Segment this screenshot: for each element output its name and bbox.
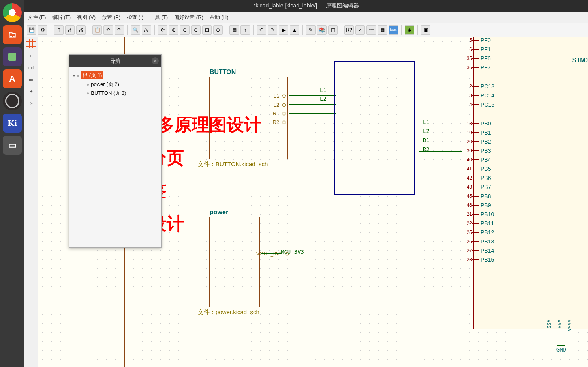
pcb-editor-button[interactable]: ◉ (405, 25, 414, 35)
cursor-button[interactable]: ✦ (26, 87, 36, 95)
hidden-pins-button[interactable]: ⊳ (26, 99, 36, 107)
refresh-button[interactable]: ⟳ (158, 25, 167, 35)
find-replace-button[interactable]: Aᵦ (142, 25, 151, 35)
hier-pin-l1: L1 (274, 93, 286, 99)
symbol-editor-button[interactable]: ✎ (306, 25, 316, 35)
workspace: in mil mm ✦ ⊳ ⌐ 导航 ✕ ▾ ● (24, 37, 588, 367)
plot-button[interactable]: 🖨 (76, 25, 86, 35)
gnd-symbol: GND (556, 345, 566, 353)
emacs-icon[interactable] (3, 47, 22, 66)
print-button[interactable]: 🖨 (65, 25, 75, 35)
net-l2: L2 (320, 95, 327, 102)
mcu-pin-PB15: 28PB15 (462, 257, 494, 263)
tree-root[interactable]: ▾ ● 根 (页 1) (73, 71, 157, 80)
tree-item-power[interactable]: ● power (页 2) (73, 80, 157, 89)
scripting-button[interactable]: ▣ (421, 25, 430, 35)
hier-pin-l2: L2 (274, 102, 286, 108)
rotate-cw-button[interactable]: ↷ (268, 25, 277, 35)
nav-tree: ▾ ● 根 (页 1) ● power (页 2) ● BUTTON (页 3) (69, 67, 161, 247)
schematic-canvas[interactable]: 导航 ✕ ▾ ● 根 (页 1) ● power (页 2) ● (38, 37, 588, 367)
units-in-button[interactable]: in (26, 51, 36, 60)
find-button[interactable]: 🔍 (131, 25, 140, 35)
assign-footprints-button[interactable]: ▦ (378, 25, 387, 35)
units-mil-button[interactable]: mil (26, 63, 36, 72)
menu-help[interactable]: 帮助 (H) (210, 14, 229, 21)
menu-inspect[interactable]: 检查 (I) (127, 14, 143, 21)
mcu-pin-PB6: 42PB6 (462, 175, 491, 181)
mcu-pin-PB0: 18PB0 (462, 120, 491, 127)
mcu-pin-PB11: 22PB11 (462, 220, 494, 227)
vss-pins: VSS VSS VSSA (546, 320, 572, 331)
menu-edit[interactable]: 编辑 (E) (52, 14, 71, 21)
grid-button[interactable] (26, 39, 36, 48)
menu-view[interactable]: 视图 (V) (77, 14, 96, 21)
files-icon[interactable]: 🗂 (3, 25, 22, 44)
tree-item-button[interactable]: ● BUTTON (页 3) (73, 89, 157, 97)
zoom-selection-button[interactable]: ⊡ (202, 25, 212, 35)
undo-button[interactable]: ↶ (103, 25, 113, 35)
hierarchy-navigator: 导航 ✕ ▾ ● 根 (页 1) ● power (页 2) ● (69, 54, 162, 248)
kicad-icon[interactable]: Ki (3, 114, 22, 133)
mcu-pin-PB9: 46PB9 (462, 202, 491, 208)
zoom-auto-button[interactable]: ⊕ (213, 25, 223, 35)
rotate-ccw-button[interactable]: ↶ (257, 25, 266, 35)
free-angle-button[interactable]: ⌐ (26, 110, 36, 119)
titlebar: *kicad_lable [kicad_lable/] — 原理图编辑器 (24, 0, 588, 12)
mcu-pin-PF6: 35PF6 (462, 55, 491, 62)
mcu-pin-PB4: 40PB4 (462, 157, 491, 163)
mcu-pin-PB1: 19PB1 (462, 129, 491, 136)
close-icon[interactable]: ✕ (152, 57, 159, 64)
units-mm-button[interactable]: mm (26, 75, 36, 84)
schematic-setup-button[interactable]: ⚙ (38, 25, 47, 35)
obs-icon[interactable] (3, 92, 22, 110)
menu-place[interactable]: 放置 (P) (102, 14, 120, 21)
zoom-out-button[interactable]: ⊖ (180, 25, 190, 35)
ubuntu-launcher: 🗂 A Ki ▭ (0, 0, 24, 367)
paste-button[interactable]: 📋 (92, 25, 102, 35)
nav-title: 导航 ✕ (69, 55, 161, 67)
mcu-pin-PC13: 2PC13 (462, 83, 494, 90)
mcu-pin-PB2: 20PB2 (462, 139, 491, 145)
browse-symbol-button[interactable]: 📚 (317, 25, 327, 35)
hierarchy-button[interactable]: ▤ (229, 25, 239, 35)
annotate-button[interactable]: R? (344, 25, 354, 35)
mirror-v-button[interactable]: ▶ (279, 25, 288, 35)
recorder-icon[interactable]: ▭ (3, 136, 22, 155)
save-button[interactable]: 💾 (27, 25, 36, 35)
window-title: *kicad_lable [kicad_lable/] — 原理图编辑器 (254, 2, 359, 9)
mcu-pin-PF0: 5PF0 (462, 37, 491, 43)
hier-pin-r2: R2 (273, 119, 286, 125)
menu-file[interactable]: 文件 (F) (28, 14, 46, 21)
mcu-name: STM32F0 (572, 57, 588, 64)
menu-tools[interactable]: 工具 (T) (150, 14, 168, 21)
net-mcu3v3: MCU_3V3 (281, 249, 304, 255)
mcu-symbol[interactable]: STM32F0 5PF06PF135PF636PF72PC133PC144PC1… (473, 37, 588, 329)
footprint-editor-button[interactable]: ◫ (328, 25, 338, 35)
zoom-fit-button[interactable]: ⊙ (191, 25, 201, 35)
bom-button[interactable]: bom (389, 25, 398, 35)
sheet-button-title: BUTTON (210, 69, 236, 76)
hier-pin-r1: R1 (273, 110, 286, 116)
zoom-in-button[interactable]: ⊕ (169, 25, 178, 35)
toolbar: 💾 ⚙ ▯ 🖨 🖨 📋 ↶ ↷ 🔍 Aᵦ ⟳ ⊕ ⊖ ⊙ ⊡ ⊕ ▤ ↑ ↶ ↷… (24, 23, 588, 37)
bus-entry[interactable] (334, 61, 415, 195)
mcu-pin-PF7: 36PF7 (462, 64, 491, 71)
redo-button[interactable]: ↷ (115, 25, 124, 35)
sheet-power-file: 文件：power.kicad_sch (198, 309, 259, 316)
mcu-pin-PF1: 6PF1 (462, 46, 491, 52)
mcu-pin-PB13: 26PB13 (462, 238, 494, 245)
mirror-h-button[interactable]: ▲ (290, 25, 299, 35)
main-window: *kicad_lable [kicad_lable/] — 原理图编辑器 文件 … (24, 0, 588, 367)
menubar: 文件 (F) 编辑 (E) 视图 (V) 放置 (P) 检查 (I) 工具 (T… (24, 12, 588, 23)
software-center-icon[interactable]: A (3, 69, 22, 88)
leave-sheet-button[interactable]: ↑ (240, 25, 250, 35)
net-l1: L1 (320, 87, 327, 93)
mcu-pin-PC14: 3PC14 (462, 92, 494, 99)
page-settings-button[interactable]: ▯ (54, 25, 64, 35)
mcu-pin-PB8: 45PB8 (462, 193, 491, 199)
erc-button[interactable]: ✓ (355, 25, 365, 35)
menu-preferences[interactable]: 偏好设置 (R) (174, 14, 203, 21)
simulator-button[interactable]: 〰 (366, 25, 376, 35)
mcu-pin-PB14: 27PB14 (462, 247, 494, 254)
chrome-icon[interactable] (3, 3, 22, 22)
